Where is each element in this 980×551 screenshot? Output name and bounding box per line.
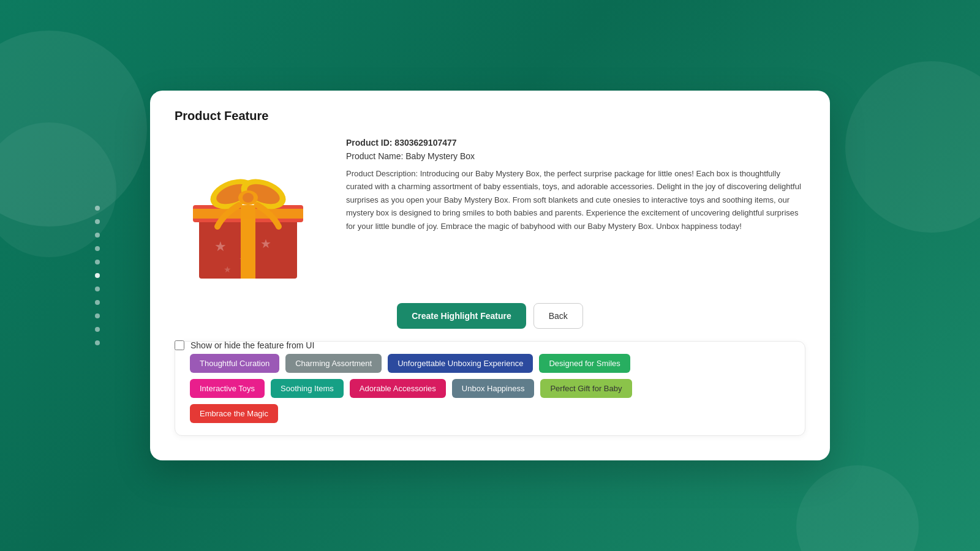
svg-point-14 <box>243 193 254 203</box>
tag-unforgettable-unboxing[interactable]: Unforgettable Unboxing Experience <box>388 354 533 373</box>
show-hide-label: Show or hide the feature from UI <box>190 340 314 350</box>
tags-panel: Thoughtful Curation Charming Assortment … <box>175 341 805 436</box>
show-hide-checkbox[interactable] <box>175 340 184 350</box>
back-button[interactable]: Back <box>533 303 583 329</box>
product-id-label: Product ID: <box>346 138 392 148</box>
tag-embrace-the-magic[interactable]: Embrace the Magic <box>190 404 278 423</box>
svg-text:★: ★ <box>260 237 271 250</box>
dots-navigation <box>95 206 100 345</box>
product-feature-card: Product Feature ★ ★ ★ ★ <box>150 91 830 460</box>
create-highlight-button[interactable]: Create Highlight Feature <box>397 303 526 329</box>
nav-dot-11[interactable] <box>95 340 100 345</box>
content-area: ★ ★ ★ ★ <box>175 138 805 285</box>
product-info: Product ID: 8303629107477 Product Name: … <box>346 138 805 233</box>
product-description: Product Description: Introducing our Bab… <box>346 167 805 233</box>
nav-dot-6[interactable] <box>95 273 100 278</box>
tag-thoughtful-curation[interactable]: Thoughtful Curation <box>190 354 279 373</box>
tags-row-1: Thoughtful Curation Charming Assortment … <box>190 354 790 373</box>
nav-dot-9[interactable] <box>95 313 100 318</box>
svg-text:★: ★ <box>214 239 227 254</box>
product-image-container: ★ ★ ★ ★ <box>175 138 322 285</box>
bg-decoration-circle-4 <box>796 465 919 551</box>
nav-dot-1[interactable] <box>95 206 100 211</box>
tags-row-2: Interactive Toys Soothing Items Adorable… <box>190 379 790 398</box>
product-id-row: Product ID: 8303629107477 <box>346 138 805 148</box>
nav-dot-5[interactable] <box>95 260 100 264</box>
tag-interactive-toys[interactable]: Interactive Toys <box>190 379 265 398</box>
product-desc-value: Introducing our Baby Mystery Box, the pe… <box>346 169 801 231</box>
product-name-value: Baby Mystery Box <box>405 151 475 161</box>
nav-dot-10[interactable] <box>95 327 100 332</box>
tag-perfect-gift-for-baby[interactable]: Perfect Gift for Baby <box>540 379 631 398</box>
nav-dot-3[interactable] <box>95 233 100 238</box>
svg-rect-8 <box>193 209 303 219</box>
product-desc-label: Product Description: <box>346 169 418 178</box>
nav-dot-2[interactable] <box>95 219 100 224</box>
tag-designed-for-smiles[interactable]: Designed for Smiles <box>539 354 630 373</box>
page-title: Product Feature <box>175 109 805 123</box>
tag-charming-assortment[interactable]: Charming Assortment <box>285 354 382 373</box>
product-name-row: Product Name: Baby Mystery Box <box>346 151 805 161</box>
nav-dot-4[interactable] <box>95 246 100 251</box>
product-image: ★ ★ ★ ★ <box>187 150 309 285</box>
nav-dot-8[interactable] <box>95 300 100 305</box>
product-name-label: Product Name: <box>346 151 403 161</box>
action-buttons-row: Create Highlight Feature Back <box>175 303 805 329</box>
tags-row-3: Embrace the Magic <box>190 404 790 423</box>
nav-dot-7[interactable] <box>95 287 100 291</box>
svg-text:★: ★ <box>224 265 232 274</box>
tag-soothing-items[interactable]: Soothing Items <box>271 379 344 398</box>
bg-decoration-circle-3 <box>845 61 980 233</box>
show-hide-checkbox-area: Show or hide the feature from UI <box>175 340 314 350</box>
tag-unbox-happiness[interactable]: Unbox Happiness <box>452 379 535 398</box>
product-id-value: 8303629107477 <box>394 138 456 148</box>
tag-adorable-accessories[interactable]: Adorable Accessories <box>350 379 446 398</box>
